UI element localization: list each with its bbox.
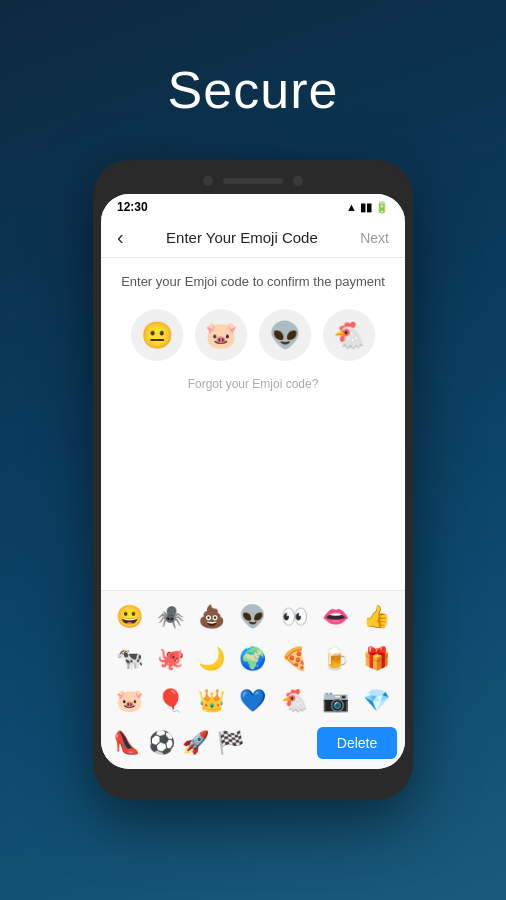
- wifi-icon: ▲: [346, 201, 357, 213]
- status-bar: 12:30 ▲ ▮▮ 🔋: [101, 194, 405, 218]
- emoji-key-octopus[interactable]: 🐙: [153, 641, 189, 677]
- back-button[interactable]: ‹: [117, 226, 124, 249]
- emoji-slot-2[interactable]: 🐷: [195, 309, 247, 361]
- emoji-slot-4[interactable]: 🐔: [323, 309, 375, 361]
- speaker-grille: [223, 178, 283, 184]
- emoji-key-heel[interactable]: 👠: [109, 725, 144, 761]
- instruction-text: Enter your Emjoi code to confirm the pay…: [121, 274, 385, 289]
- emoji-key-empty2: [282, 725, 317, 761]
- keyboard-row-1: 😀 🕷️ 💩 👽 👀 👄 👍: [109, 599, 397, 635]
- emoji-key-chicken[interactable]: 🐔: [276, 683, 312, 719]
- emoji-key-heart[interactable]: 💙: [235, 683, 271, 719]
- emoji-key-crown[interactable]: 👑: [194, 683, 230, 719]
- emoji-key-rocket[interactable]: 🚀: [178, 725, 213, 761]
- status-icons: ▲ ▮▮ 🔋: [346, 201, 389, 214]
- screen-title: Enter Your Emoji Code: [166, 229, 318, 246]
- emoji-key-balloon[interactable]: 🎈: [153, 683, 189, 719]
- emoji-key-beer[interactable]: 🍺: [317, 641, 353, 677]
- emoji-key-earth[interactable]: 🌍: [235, 641, 271, 677]
- emoji-key-thumbsup[interactable]: 👍: [358, 599, 394, 635]
- phone-screen: 12:30 ▲ ▮▮ 🔋 ‹ Enter Your Emoji Code Nex…: [101, 194, 405, 769]
- battery-icon: 🔋: [375, 201, 389, 214]
- emoji-key-camera[interactable]: 📷: [317, 683, 353, 719]
- status-time: 12:30: [117, 200, 148, 214]
- emoji-key-spider[interactable]: 🕷️: [153, 599, 189, 635]
- delete-button[interactable]: Delete: [317, 727, 397, 759]
- next-button[interactable]: Next: [360, 230, 389, 246]
- keyboard-row-2: 🐄 🐙 🌙 🌍 🍕 🍺 🎁: [109, 641, 397, 677]
- emoji-key-empty1: [248, 725, 283, 761]
- app-content: Enter your Emjoi code to confirm the pay…: [101, 258, 405, 590]
- emoji-key-cow[interactable]: 🐄: [112, 641, 148, 677]
- signal-bars: ▮▮: [360, 201, 372, 214]
- keyboard-row-4: 👠 ⚽ 🚀 🏁 Delete: [109, 725, 397, 761]
- emoji-key-eyes[interactable]: 👀: [276, 599, 312, 635]
- emoji-key-pig[interactable]: 🐷: [112, 683, 148, 719]
- emoji-key-alien[interactable]: 👽: [235, 599, 271, 635]
- emoji-key-smile[interactable]: 😀: [112, 599, 148, 635]
- emoji-keyboard: 😀 🕷️ 💩 👽 👀 👄 👍 🐄 🐙 🌙 🌍 🍕 🍺 🎁 🐷 🎈: [101, 590, 405, 769]
- camera-dot-right: [293, 176, 303, 186]
- app-header: ‹ Enter Your Emoji Code Next: [101, 218, 405, 258]
- emoji-key-flag[interactable]: 🏁: [213, 725, 248, 761]
- phone-top-bar: [101, 168, 405, 194]
- camera-dot: [203, 176, 213, 186]
- emoji-slots-container: 😐 🐷 👽 🐔: [131, 309, 375, 361]
- emoji-key-poop[interactable]: 💩: [194, 599, 230, 635]
- phone-device: 12:30 ▲ ▮▮ 🔋 ‹ Enter Your Emoji Code Nex…: [93, 160, 413, 800]
- emoji-key-soccer[interactable]: ⚽: [144, 725, 179, 761]
- keyboard-row-3: 🐷 🎈 👑 💙 🐔 📷 💎: [109, 683, 397, 719]
- emoji-key-lips[interactable]: 👄: [317, 599, 353, 635]
- emoji-key-moon[interactable]: 🌙: [194, 641, 230, 677]
- emoji-slot-3[interactable]: 👽: [259, 309, 311, 361]
- emoji-key-pizza[interactable]: 🍕: [276, 641, 312, 677]
- emoji-slot-1[interactable]: 😐: [131, 309, 183, 361]
- page-title: Secure: [168, 60, 339, 120]
- emoji-key-gift[interactable]: 🎁: [358, 641, 394, 677]
- emoji-key-diamond[interactable]: 💎: [358, 683, 394, 719]
- forgot-code-link[interactable]: Forgot your Emjoi code?: [188, 377, 319, 391]
